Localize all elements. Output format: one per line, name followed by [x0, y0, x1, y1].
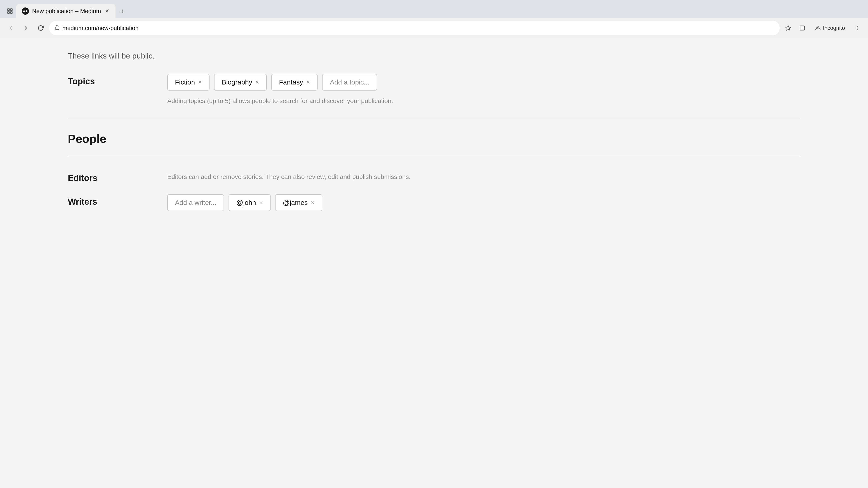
svg-rect-3 [10, 11, 12, 13]
svg-point-13 [857, 28, 858, 29]
browser-chrome: ●● New publication – Medium ✕ + [0, 0, 868, 38]
tab-bar: ●● New publication – Medium ✕ + [0, 0, 868, 18]
svg-rect-4 [55, 27, 59, 29]
back-button[interactable] [4, 22, 17, 34]
topics-section: Topics Fiction × Biography × Fantasy × A… [68, 74, 800, 105]
editors-subsection: Editors Editors can add or remove storie… [68, 170, 800, 183]
add-topic-button[interactable]: Add a topic... [322, 74, 377, 91]
writer-james[interactable]: @james × [275, 194, 322, 211]
writers-subsection: Writers Add a writer... @john × @james × [68, 194, 800, 211]
svg-rect-0 [8, 9, 9, 11]
svg-rect-2 [8, 11, 9, 13]
new-tab-icon: + [121, 7, 124, 15]
topic-fantasy-label: Fantasy [279, 78, 303, 86]
svg-rect-1 [10, 9, 12, 11]
add-writer-button[interactable]: Add a writer... [167, 194, 224, 211]
writer-james-label: @james [283, 199, 308, 206]
lock-icon [55, 25, 60, 31]
tab-switcher-button[interactable] [4, 6, 16, 17]
people-section: People Editors Editors can add or remove… [68, 132, 800, 211]
writer-john-remove[interactable]: × [259, 199, 263, 206]
page-content: These links will be public. Topics Ficti… [0, 38, 868, 481]
editors-content: Editors can add or remove stories. They … [167, 170, 800, 183]
topic-fiction-label: Fiction [175, 78, 195, 86]
add-topic-label: Add a topic... [330, 78, 369, 86]
tab-favicon: ●● [22, 7, 29, 15]
topic-fantasy-remove[interactable]: × [306, 78, 310, 86]
topics-label: Topics [68, 74, 149, 105]
svg-point-14 [857, 29, 858, 30]
forward-button[interactable] [20, 22, 32, 34]
topics-row: Fiction × Biography × Fantasy × Add a to… [167, 74, 800, 91]
tab-title: New publication – Medium [32, 8, 101, 15]
url-input[interactable] [62, 25, 774, 32]
incognito-label: Incognito [823, 25, 845, 31]
bookmark-button[interactable] [782, 22, 795, 34]
new-tab-button[interactable]: + [116, 5, 128, 17]
writers-label: Writers [68, 194, 149, 211]
tab-close-button[interactable]: ✕ [104, 7, 110, 15]
writer-john-label: @john [236, 199, 256, 206]
browser-toolbar: Incognito [0, 18, 868, 38]
topic-biography-remove[interactable]: × [255, 78, 259, 86]
svg-point-11 [817, 27, 818, 28]
add-writer-label: Add a writer... [175, 199, 216, 206]
reload-button[interactable] [34, 22, 47, 34]
writers-row: Add a writer... @john × @james × [167, 194, 800, 211]
page-footer: Step 1 of 2 Next [0, 481, 868, 488]
topics-content: Fiction × Biography × Fantasy × Add a to… [167, 74, 800, 105]
editors-description: Editors can add or remove stories. They … [167, 170, 800, 181]
active-tab[interactable]: ●● New publication – Medium ✕ [16, 4, 116, 18]
writer-john[interactable]: @john × [228, 194, 271, 211]
topic-fiction[interactable]: Fiction × [167, 74, 210, 91]
svg-point-12 [857, 26, 858, 27]
toolbar-right: Incognito [782, 22, 864, 34]
more-options-button[interactable] [851, 22, 864, 34]
reader-mode-button[interactable] [796, 22, 809, 34]
address-bar[interactable] [49, 21, 780, 35]
topic-fiction-remove[interactable]: × [198, 78, 202, 86]
writers-content: Add a writer... @john × @james × [167, 194, 800, 211]
people-title: People [68, 132, 800, 145]
writer-james-remove[interactable]: × [311, 199, 314, 206]
topic-biography[interactable]: Biography × [214, 74, 267, 91]
top-text: These links will be public. [68, 52, 800, 60]
editors-label: Editors [68, 170, 149, 183]
people-divider [68, 118, 800, 119]
topics-help-text: Adding topics (up to 5) allows people to… [167, 97, 800, 105]
incognito-button[interactable]: Incognito [810, 23, 849, 33]
topic-fantasy[interactable]: Fantasy × [271, 74, 318, 91]
topic-biography-label: Biography [222, 78, 252, 86]
svg-marker-5 [786, 26, 791, 30]
